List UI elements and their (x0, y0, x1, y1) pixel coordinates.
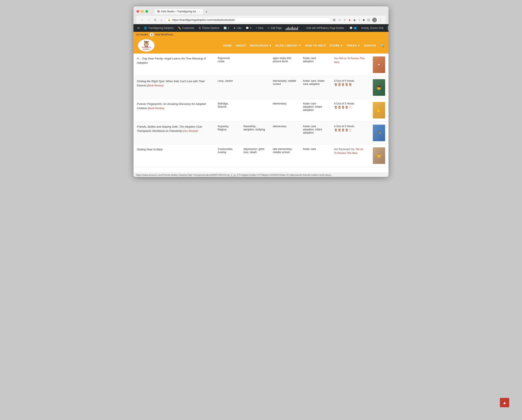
table-row: A… Day Dear Family: Angel Learns the Tru… (133, 53, 389, 76)
nav-blog-library[interactable]: BLOG LIBRARY ▼ (276, 44, 301, 47)
book-rating-cell: 4 Out of 5 Hoots 🦉 🦉 🦉 🦉 🦉 (331, 99, 369, 122)
scroll-top-button[interactable]: ▲ (500, 398, 509, 407)
book-topics: foster care adoption (303, 56, 316, 63)
new-item[interactable]: + New (254, 24, 265, 32)
rating-owls: 🦉 🦉 🦉 🦉 🦉 (334, 83, 366, 86)
book-title: Friends, Bullies and Staying Safe: The A… (137, 125, 211, 133)
owl-1: 🦉 (334, 106, 338, 109)
lock-icon: 🔒 (168, 18, 171, 21)
svg-rect-2 (288, 27, 289, 30)
thumb-image: 📖 (373, 56, 385, 73)
book-topics-cell: foster care adoption, infant adoption (300, 99, 331, 122)
book-review-link[interactable]: [Book Review] (148, 107, 164, 110)
comments-item[interactable]: 💬 0 (244, 24, 253, 32)
owl-3: 🦉 (341, 128, 345, 132)
minimize-button[interactable] (141, 10, 144, 13)
edit-builder-item[interactable]: Edit with WPBakery Page Builder (305, 24, 346, 32)
not-reviewed-text: You Tell Us To Review This Next. (334, 56, 366, 64)
close-button[interactable] (137, 10, 139, 13)
customize-item[interactable]: ✏️ Customize (176, 24, 196, 32)
notification-count: 0 (354, 27, 357, 30)
book-thumbnail: 👶 (373, 147, 385, 164)
table-row: Finding the Right Spot: When Kids Can't … (133, 76, 389, 99)
tell-us-link[interactable]: Tell Us To Review This Next. (334, 57, 365, 64)
browser-window: 📚 Kids' Books – Transfiguring Ad... × + … (133, 6, 389, 177)
book-thumbnail-cell: ✋ (369, 99, 389, 122)
book-review-link[interactable]: [Book Review] (147, 84, 163, 87)
book-title-text: Forever Fingerprints: An Amazing Discove… (137, 102, 206, 110)
nav-store[interactable]: STORE ▼ (330, 44, 343, 47)
comment-icon: 💬 (246, 27, 249, 30)
book-author-cell: Eldridge, Sherrie (214, 99, 240, 122)
edit-page-item[interactable]: ✏ Edit Page (266, 24, 284, 32)
nav-resources[interactable]: RESOURCES ▼ (250, 44, 272, 47)
user-avatar-item[interactable] (386, 24, 389, 32)
book-author-cell: Kupecky, Regina (214, 122, 240, 144)
nav-press[interactable]: PRESS ▼ (347, 44, 360, 47)
nav-donate[interactable]: DONATE (364, 44, 376, 47)
logo-badge: 🦉 TransfiguringAdoption (138, 39, 155, 52)
maximize-button[interactable] (145, 10, 148, 13)
nav-about[interactable]: ABOUT (236, 44, 246, 47)
back-button[interactable]: ← (139, 18, 145, 22)
nav-home[interactable]: HOME (223, 44, 232, 47)
home-button[interactable]: ⌂ (159, 18, 163, 22)
book-title-cell: A… Day Dear Family: Angel Learns the Tru… (133, 53, 214, 76)
circle-button[interactable]: ○ (358, 18, 361, 22)
howdy-item[interactable]: Howdy, Darren Fink (359, 24, 385, 32)
book-age-cell: elementary (269, 99, 300, 122)
notifications-item[interactable]: 💬 0 (348, 24, 359, 32)
pinterest-button[interactable]: ● (348, 18, 351, 22)
book-title-cell: Finding the Right Spot: When Kids Can't … (133, 76, 214, 99)
tell-us-link[interactable]: Tell Us To Review This Next. (334, 148, 363, 155)
book-age-cell: elementary; middle school (269, 76, 300, 99)
book-thumbnail-cell: 📖 (369, 53, 389, 76)
owl-4: 🦉 (345, 83, 348, 86)
menu-button[interactable]: ⋮ (378, 18, 383, 22)
thumb-image: 👫 (373, 125, 385, 141)
book-topics: foster care, foster care adoption (303, 79, 324, 86)
book-thumbnail: 👦 (373, 79, 385, 96)
wp-logo-item[interactable]: W (136, 24, 141, 32)
profile-avatar[interactable] (372, 18, 377, 22)
browser-tab-active[interactable]: 📚 Kids' Books – Transfiguring Ad... × (154, 8, 203, 14)
like-item[interactable]: ★ Like (232, 24, 243, 32)
book-author: Levy, Janice (218, 79, 233, 82)
address-bar[interactable]: 🔒 https://transfiguringadoption.com/medi… (165, 17, 330, 22)
book-author-cell: Couloumbis, Audrey (214, 144, 240, 167)
updates-item[interactable]: 🔄 2 (222, 24, 231, 32)
owl-2: 🦉 (338, 128, 341, 132)
site-logo[interactable]: 🦉 TransfiguringAdoption (138, 39, 155, 52)
tab-bar: 📚 Kids' Books – Transfiguring Ad... × + (154, 8, 208, 14)
nav-how-to-help[interactable]: HOW TO HELP (305, 44, 326, 47)
book-rating-cell: 4 Out of 5 Hoots 🦉 🦉 🦉 🦉 🦉 (331, 122, 369, 144)
table-row: Getting Near to Baby Couloumbis, Audrey … (133, 144, 389, 167)
customize-icon: ✏️ (178, 27, 181, 30)
theme-options-item[interactable]: ⚙ Theme Options (197, 24, 221, 32)
site-search-icon[interactable]: 🔍 (380, 44, 384, 48)
owl-3: 🦉 (341, 106, 345, 109)
book-age-group: ages enjoy this picture book (273, 56, 292, 63)
save-button[interactable]: ✓ (343, 18, 347, 22)
howdy-text: Howdy, Darren Fink (361, 27, 384, 30)
toolbar-icons: ⊞ ☆ ✓ ● ◈ ○ ■ ⊡ ⋮ (332, 18, 383, 22)
tab-close-button[interactable]: × (199, 10, 200, 13)
site-name-item[interactable]: 🌐 Transfiguring Adoption (142, 24, 175, 32)
new-tab-button[interactable]: + (204, 10, 208, 14)
extension2-button[interactable]: ⊡ (367, 18, 370, 22)
refresh-button[interactable]: ↻ (153, 18, 158, 22)
bookmark-star-button[interactable]: ☆ (338, 18, 341, 22)
book-title-text: Getting Near to Baby (137, 148, 163, 151)
owl-1: 🦉 (334, 83, 338, 86)
books-table: A… Day Dear Family: Angel Learns the Tru… (133, 53, 389, 167)
thumb-image: 👦 (373, 79, 385, 96)
facebook-button[interactable]: ■ (362, 18, 365, 22)
forward-button[interactable]: → (146, 18, 151, 22)
layers-button[interactable]: ◈ (353, 18, 356, 22)
book-review-link[interactable]: [Our Review] (183, 129, 198, 133)
comments-count: 0 (250, 27, 251, 30)
owl-2: 🦉 (338, 106, 341, 109)
site-icon: 🌐 (144, 27, 147, 30)
book-author: Eldridge, Sherrie (218, 102, 229, 108)
extensions-button[interactable]: ⊞ (332, 18, 336, 22)
